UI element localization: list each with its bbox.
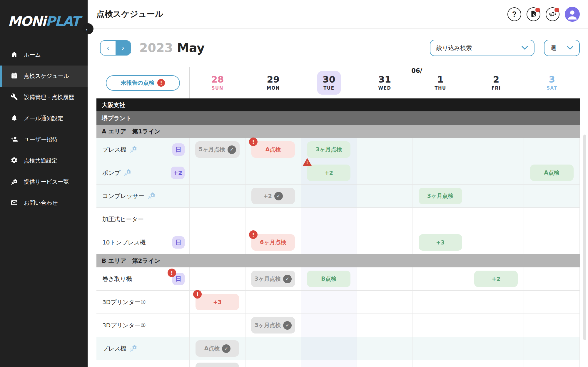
equipment-name: プレス機 bbox=[102, 345, 126, 353]
equipment-row: プレス機日5ヶ月点検✓A点検!3ヶ月点検 bbox=[96, 138, 580, 161]
inspection-chip-label: A点検 bbox=[544, 169, 559, 177]
schedule-cell bbox=[190, 185, 245, 208]
area-header: B エリア 第2ライン bbox=[96, 254, 580, 267]
toolbar: ‹ › 2023 May 絞り込み検索 週 bbox=[88, 29, 588, 67]
inspection-chip[interactable]: 3ヶ月点検 bbox=[307, 141, 350, 158]
inspection-chip[interactable]: B点検 bbox=[307, 271, 350, 287]
sidebar-item-bell[interactable]: メール通知設定 bbox=[0, 108, 88, 129]
inspection-chip[interactable]: A点検✓ bbox=[196, 340, 239, 357]
inspection-chip[interactable]: A点検! bbox=[251, 141, 295, 158]
schedule-cell bbox=[412, 314, 468, 337]
inspection-chip[interactable]: 3ヶ月点検✓ bbox=[251, 271, 295, 287]
sidebar: MONiPLAT ホーム点検スケジュール設備管理・点検履歴メール通知設定ユーザー… bbox=[0, 0, 88, 367]
sidebar-item-mail[interactable]: お問い合わせ bbox=[0, 192, 88, 214]
inspection-report-button[interactable] bbox=[527, 7, 540, 21]
sidebar-item-service-home[interactable]: 提供サービス一覧 bbox=[0, 171, 88, 192]
sidebar-item-home[interactable]: ホーム bbox=[0, 44, 88, 66]
help-button[interactable]: ? bbox=[507, 7, 521, 21]
schedule-cell bbox=[301, 337, 357, 360]
alert-icon: ! bbox=[157, 79, 165, 87]
inspection-chip[interactable]: +3 bbox=[419, 234, 462, 251]
equipment-row: 加圧式ヒーター bbox=[96, 208, 580, 231]
frequency-badge-wrap: 日 bbox=[172, 236, 185, 249]
logo-part-1: MONi bbox=[8, 14, 46, 29]
date-header-mon[interactable]: 29MON bbox=[245, 67, 301, 98]
inspection-chip-label: 3ヶ月点検 bbox=[427, 192, 454, 200]
date-number: 28 bbox=[211, 75, 224, 84]
wifi-home-icon bbox=[129, 344, 138, 353]
schedule-cell bbox=[301, 291, 357, 314]
date-header-sun[interactable]: 28SUN bbox=[190, 67, 245, 98]
sidebar-item-gear[interactable]: 点検共通設定 bbox=[0, 150, 88, 171]
schedule-cell bbox=[524, 314, 580, 337]
inspection-chip-label: +2 bbox=[263, 193, 272, 199]
sidebar-item-label: メール通知設定 bbox=[24, 115, 63, 122]
sidebar-item-calendar[interactable]: 点検スケジュール bbox=[0, 66, 88, 87]
year-label: 2023 bbox=[139, 41, 173, 55]
inspection-chip[interactable]: +2✓ bbox=[251, 188, 295, 204]
schedule-cell: A点検 bbox=[524, 161, 580, 185]
unreported-label: 未報告の点検 bbox=[121, 79, 154, 87]
period-select[interactable]: 週 bbox=[544, 40, 580, 56]
inspection-chip[interactable]: +2 bbox=[474, 271, 518, 287]
announcements-button[interactable] bbox=[546, 7, 559, 21]
schedule-cell bbox=[524, 185, 580, 208]
schedule-cell bbox=[468, 314, 524, 337]
prev-month-button[interactable]: ‹ bbox=[101, 41, 116, 55]
schedule-cell bbox=[245, 161, 301, 185]
equipment-name: 10トンプレス機 bbox=[102, 239, 146, 247]
alert-icon: ! bbox=[168, 269, 176, 277]
sidebar-item-label: 設備管理・点検履歴 bbox=[24, 93, 74, 101]
schedule-cell bbox=[301, 360, 357, 367]
filter-search-select[interactable]: 絞り込み検索 bbox=[430, 40, 534, 56]
schedule-cell bbox=[412, 138, 468, 161]
inspection-chip[interactable]: +2! bbox=[307, 165, 350, 181]
equipment-row: 10トンプレス機日6ヶ月点検!+3 bbox=[96, 231, 580, 254]
inspection-chip[interactable]: +3! bbox=[196, 294, 239, 310]
inspection-chip[interactable]: A点検 bbox=[530, 165, 574, 181]
schedule-cell bbox=[245, 208, 301, 231]
schedule-cell bbox=[468, 291, 524, 314]
inspection-chip-label: A点検 bbox=[204, 345, 220, 352]
schedule-cell bbox=[357, 208, 413, 231]
inspection-chip[interactable]: 3ヶ月点検 bbox=[419, 188, 462, 204]
schedule-cell bbox=[357, 267, 413, 291]
calendar-icon bbox=[11, 72, 18, 81]
vertical-scrollbar[interactable] bbox=[583, 135, 586, 340]
next-month-button[interactable]: › bbox=[116, 41, 131, 55]
period-value: 週 bbox=[550, 44, 556, 52]
sidebar-item-label: 点検スケジュール bbox=[24, 72, 69, 80]
sidebar-item-label: 点検共通設定 bbox=[24, 157, 57, 165]
inspection-chip[interactable] bbox=[196, 363, 239, 367]
date-header-thu[interactable]: 06/1THU bbox=[412, 67, 468, 98]
date-header-fri[interactable]: 2FRI bbox=[468, 67, 524, 98]
unreported-inspections-button[interactable]: 未報告の点検 ! bbox=[106, 75, 180, 91]
avatar[interactable] bbox=[565, 7, 580, 22]
inspection-chip-label: 3ヶ月点検 bbox=[316, 146, 342, 153]
service-home-icon bbox=[11, 178, 18, 186]
date-header-tue[interactable]: 30TUE bbox=[301, 67, 357, 98]
date-header-sat[interactable]: 3SAT bbox=[524, 67, 580, 98]
inspection-chip[interactable]: 3ヶ月点検✓ bbox=[251, 317, 295, 334]
frequency-badge: 日 bbox=[172, 143, 185, 156]
schedule-cell: A点検✓ bbox=[190, 337, 245, 360]
frequency-badge-wrap: 日! bbox=[172, 273, 185, 285]
notification-dot bbox=[554, 8, 559, 12]
inspection-chip[interactable]: 5ヶ月点検✓ bbox=[195, 141, 240, 158]
day-of-week: THU bbox=[435, 86, 446, 91]
schedule-cell bbox=[468, 231, 524, 254]
sidebar-collapse-button[interactable]: ← bbox=[82, 23, 93, 34]
sidebar-item-wrench[interactable]: 設備管理・点検履歴 bbox=[0, 87, 88, 108]
equipment-label-cell: 10トンプレス機日 bbox=[96, 231, 190, 254]
sidebar-item-user-plus[interactable]: ユーザー招待 bbox=[0, 129, 88, 150]
schedule-cell bbox=[190, 231, 245, 254]
schedule-cell bbox=[357, 360, 413, 367]
date-header-wed[interactable]: 31WED bbox=[357, 67, 413, 98]
dates-header-row: 未報告の点検 ! 28SUN29MON30TUE31WED06/1THU2FRI… bbox=[96, 67, 580, 98]
schedule-cell bbox=[468, 138, 524, 161]
schedule-cell bbox=[357, 337, 413, 360]
schedule-cell bbox=[412, 337, 468, 360]
equipment-row: 3Dプリンター②3ヶ月点検✓ bbox=[96, 314, 580, 337]
schedule-cell: +2! bbox=[301, 161, 357, 185]
inspection-chip[interactable]: 6ヶ月点検! bbox=[251, 234, 295, 251]
